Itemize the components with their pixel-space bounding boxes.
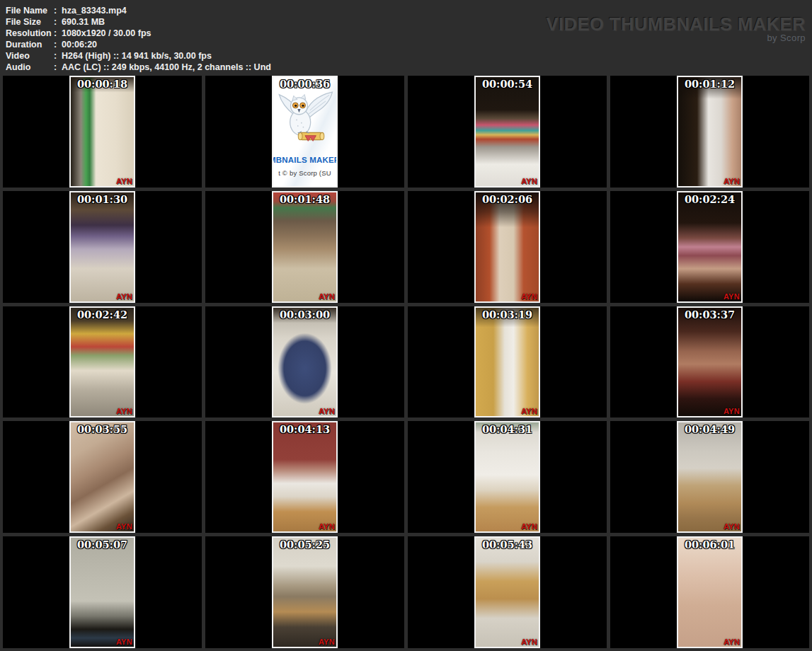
video-info-row: Video : H264 (High) :: 14 941 kb/s, 30.0… (6, 50, 271, 62)
video-thumbnails-sheet: File Name : hza_83343.mp4 File Size : 69… (0, 0, 812, 651)
ayn-watermark: AYN (724, 407, 740, 415)
frame-timestamp: 00:05:07 (69, 538, 135, 551)
info-value: AAC (LC) :: 249 kbps, 44100 Hz, 2 channe… (62, 62, 271, 73)
ayn-watermark: AYN (319, 522, 335, 531)
video-frame-thumbnail: 00:06:01 AYN (677, 536, 743, 648)
info-label: Video (6, 50, 54, 62)
frame-timestamp: 00:02:24 (677, 193, 743, 205)
app-splash-frame: MBNAILS MAKER 8 t © by Scorp (SU (273, 77, 336, 186)
thumbnail-cell: 00:03:19 AYN (408, 306, 607, 418)
info-value: 1080x1920 / 30.00 fps (62, 28, 151, 39)
ayn-watermark: AYN (319, 638, 335, 646)
ayn-watermark: AYN (116, 638, 132, 646)
info-separator: : (54, 39, 62, 50)
frame-timestamp: 00:03:00 (272, 309, 338, 321)
info-value: H264 (High) :: 14 941 kb/s, 30.00 fps (62, 50, 212, 62)
video-frame-thumbnail: 00:05:07 AYN (69, 536, 135, 648)
ayn-watermark: AYN (521, 177, 537, 185)
video-info-row: Resolution : 1080x1920 / 30.00 fps (6, 28, 271, 39)
thumbnail-cell: 00:02:06 AYN (408, 191, 607, 303)
info-label: Resolution (6, 28, 54, 39)
video-frame-thumbnail: 00:01:48 AYN (272, 191, 338, 303)
frame-timestamp: 00:03:55 (69, 423, 135, 435)
frame-timestamp: 00:05:43 (474, 538, 540, 551)
video-frame-thumbnail: 00:05:43 AYN (474, 536, 540, 648)
video-info-header: File Name : hza_83343.mp4 File Size : 69… (0, 0, 812, 73)
thumbnail-cell: 00:01:12 AYN (610, 76, 809, 188)
thumbnail-cell: 00:05:25 AYN (205, 536, 404, 648)
ayn-watermark: AYN (724, 522, 740, 531)
frame-timestamp: 00:01:48 (272, 193, 338, 205)
ayn-watermark: AYN (319, 292, 335, 301)
thumbnail-cell: 00:05:43 AYN (408, 536, 607, 648)
info-value: hza_83343.mp4 (62, 5, 127, 16)
frame-timestamp: 00:00:36 (272, 78, 338, 90)
info-label: File Size (6, 16, 54, 28)
thumbnail-cell: 00:04:31 AYN (408, 421, 607, 533)
thumbnail-cell: 00:03:00 AYN (205, 306, 404, 418)
frame-timestamp: 00:00:54 (474, 78, 540, 90)
ayn-watermark: AYN (724, 292, 740, 301)
video-frame-thumbnail: 00:02:06 AYN (474, 191, 540, 303)
thumbnail-cell: 00:02:24 AYN (610, 191, 809, 303)
frame-timestamp: 00:04:31 (474, 423, 540, 435)
video-frame-thumbnail: 00:03:19 AYN (474, 306, 540, 418)
ayn-watermark: AYN (116, 177, 132, 185)
frame-timestamp: 00:03:19 (474, 309, 540, 321)
video-info-fields: File Name : hza_83343.mp4 File Size : 69… (6, 5, 271, 73)
thumbnail-cell: 00:06:01 AYN (610, 536, 809, 648)
splash-title-text: MBNAILS MAKER 8 (272, 156, 338, 164)
video-frame-thumbnail: 00:05:25 AYN (272, 536, 338, 648)
video-frame-thumbnail: MBNAILS MAKER 8 t © by Scorp (SU 00:00:3… (272, 76, 338, 188)
frame-timestamp: 00:02:42 (69, 309, 135, 321)
ayn-watermark: AYN (521, 638, 537, 646)
thumbnail-cell: 00:05:07 AYN (3, 536, 202, 648)
video-frame-thumbnail: 00:02:42 AYN (69, 306, 135, 418)
info-separator: : (54, 28, 62, 39)
thumbnail-cell: MBNAILS MAKER 8 t © by Scorp (SU 00:00:3… (205, 76, 404, 188)
frame-timestamp: 00:05:25 (272, 538, 338, 551)
video-frame-thumbnail: 00:01:12 AYN (677, 76, 743, 188)
video-frame-thumbnail: 00:04:13 AYN (272, 421, 338, 533)
video-info-row: Audio : AAC (LC) :: 249 kbps, 44100 Hz, … (6, 62, 271, 73)
ayn-watermark: AYN (724, 638, 740, 646)
thumbnail-grid: 00:00:18 AYN (3, 76, 809, 648)
frame-timestamp: 00:06:01 (677, 538, 743, 551)
thumbnail-cell: 00:01:30 AYN (3, 191, 202, 303)
frame-timestamp: 00:01:12 (677, 78, 743, 90)
video-frame-thumbnail: 00:03:00 AYN (272, 306, 338, 418)
frame-timestamp: 00:01:30 (69, 193, 135, 205)
ayn-watermark: AYN (521, 292, 537, 301)
ayn-watermark: AYN (116, 292, 132, 301)
video-info-row: Duration : 00:06:20 (6, 39, 271, 50)
thumbnail-cell: 00:03:37 AYN (610, 306, 809, 418)
info-separator: : (54, 50, 62, 62)
video-frame-thumbnail: 00:02:24 AYN (677, 191, 743, 303)
video-frame-thumbnail: 00:00:54 AYN (474, 76, 540, 188)
app-logo-subtitle: by Scorp (546, 33, 806, 42)
splash-copyright-text: t © by Scorp (SU (272, 169, 338, 177)
video-frame-thumbnail: 00:03:55 AYN (69, 421, 135, 533)
thumbnail-cell: 00:00:54 AYN (408, 76, 607, 188)
thumbnail-cell: 00:01:48 AYN (205, 191, 404, 303)
frame-timestamp: 00:00:18 (69, 78, 135, 90)
info-label: File Name (6, 5, 54, 16)
app-logo: VIDEO THUMBNAILS MAKER by Scorp (546, 16, 806, 42)
thumbnail-cell: 00:00:18 AYN (3, 76, 202, 188)
app-logo-title: VIDEO THUMBNAILS MAKER (546, 16, 806, 32)
thumbnail-cell: 00:04:13 AYN (205, 421, 404, 533)
video-frame-thumbnail: 00:01:30 AYN (69, 191, 135, 303)
video-info-row: File Size : 690.31 MB (6, 16, 271, 28)
ayn-watermark: AYN (521, 407, 537, 415)
frame-timestamp: 00:04:13 (272, 423, 338, 435)
thumbnail-cell: 00:02:42 AYN (3, 306, 202, 418)
video-frame-thumbnail: 00:04:49 AYN (677, 421, 743, 533)
ayn-watermark: AYN (116, 407, 132, 415)
ayn-watermark: AYN (116, 522, 132, 531)
video-frame-thumbnail: 00:00:18 AYN (69, 76, 135, 188)
thumbnail-cell: 00:04:49 AYN (610, 421, 809, 533)
info-value: 00:06:20 (62, 39, 97, 50)
ayn-watermark: AYN (724, 177, 740, 185)
ayn-watermark: AYN (319, 407, 335, 415)
info-separator: : (54, 16, 62, 28)
